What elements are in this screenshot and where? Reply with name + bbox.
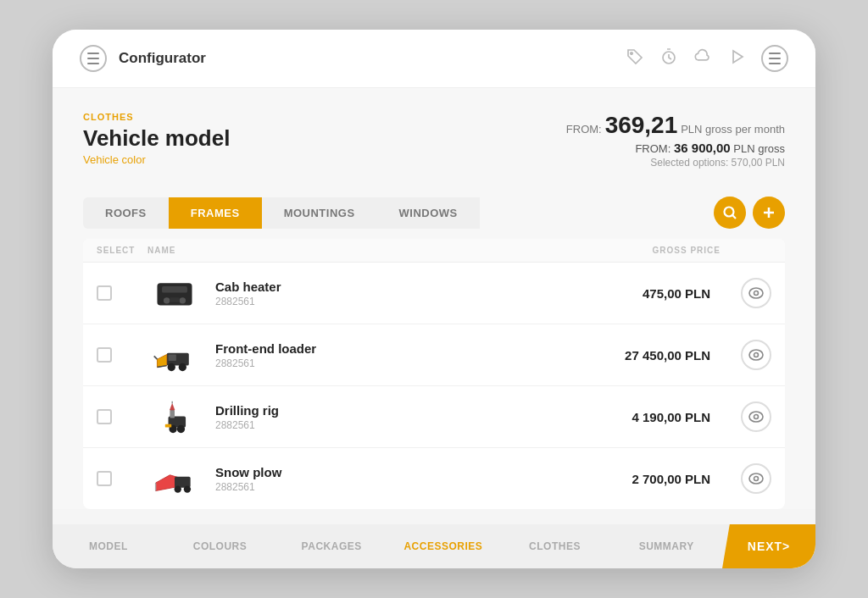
svg-point-3 [725, 208, 734, 217]
timer-icon[interactable] [659, 47, 678, 70]
table-row: Drilling rig 2882561 4 190,00 PLN [83, 386, 785, 448]
tag-icon[interactable] [626, 47, 644, 70]
svg-point-35 [754, 477, 759, 481]
svg-rect-27 [165, 424, 171, 428]
device-frame: Configurator [53, 30, 815, 568]
title-info: CLOTHES Vehicle model Vehicle color [83, 112, 230, 180]
items-table: SELECT NAME GROSS PRICE [83, 239, 785, 509]
col-select: SELECT [97, 246, 147, 255]
row-eye-2[interactable] [741, 340, 771, 370]
row-text-4: Snow plow 2882561 [215, 465, 281, 493]
app-title: Configurator [119, 50, 206, 67]
nav-accessories[interactable]: ACCESSORIES [387, 525, 499, 568]
next-button[interactable]: NEXT> [722, 524, 815, 568]
col-action [721, 246, 771, 255]
svg-point-28 [749, 412, 763, 422]
col-price: GROSS PRICE [568, 246, 721, 255]
row-eye-1[interactable] [741, 278, 771, 308]
row-name-cell-4: Snow plow 2882561 [147, 458, 568, 499]
nav-model[interactable]: MODEL [53, 525, 164, 568]
table-row: Cab heater 2882561 475,00 PLN [83, 263, 785, 324]
price-info: FROM: 369,21 PLN gross per month FROM: 3… [566, 112, 785, 169]
svg-rect-11 [170, 297, 179, 302]
row-checkbox-2[interactable] [97, 347, 147, 363]
gross-price: FROM: 36 900,00 PLN gross [566, 141, 785, 155]
row-name-cell-1: Cab heater 2882561 [147, 273, 568, 313]
table-row: Snow plow 2882561 2 700,00 PLN [83, 448, 785, 509]
title-row: CLOTHES Vehicle model Vehicle color FROM… [83, 112, 785, 180]
svg-rect-25 [170, 410, 175, 418]
drilling-rig-image [147, 396, 202, 437]
row-name-cell-2: Front-end loader 2882561 [147, 335, 568, 375]
svg-point-17 [179, 363, 186, 371]
header-right [626, 45, 788, 72]
page-title: Vehicle model [83, 125, 230, 152]
header-left: Configurator [80, 45, 206, 72]
cloud-icon[interactable] [693, 47, 712, 70]
row-price-1: 475,00 PLN [568, 286, 721, 301]
cab-heater-image [147, 273, 202, 313]
svg-point-0 [631, 52, 632, 53]
tabs-row: ROOFS FRAMES MOUNTINGS WINDOWS [83, 197, 785, 229]
col-name: NAME [147, 246, 568, 255]
nav-clothes[interactable]: CLOTHES [499, 525, 611, 568]
nav-summary[interactable]: SUMMARY [610, 525, 722, 568]
header: Configurator [53, 30, 815, 88]
svg-point-29 [754, 415, 759, 419]
svg-point-24 [177, 425, 185, 433]
svg-rect-8 [162, 286, 187, 292]
svg-line-4 [732, 215, 736, 219]
breadcrumb: CLOTHES [83, 112, 230, 122]
table-row: Front-end loader 2882561 27 450,00 PLN [83, 324, 785, 386]
svg-point-34 [749, 473, 763, 484]
row-checkbox-4[interactable] [97, 471, 147, 486]
row-eye-3[interactable] [741, 401, 771, 432]
svg-point-9 [164, 297, 170, 303]
nav-colours[interactable]: COLOURS [164, 525, 276, 568]
hamburger-icon[interactable] [761, 45, 788, 72]
nav-packages[interactable]: PACKAGES [275, 525, 387, 568]
row-price-4: 2 700,00 PLN [568, 472, 721, 486]
row-checkbox-1[interactable] [97, 285, 147, 301]
svg-rect-15 [169, 355, 176, 361]
add-button[interactable] [753, 197, 785, 229]
menu-icon[interactable] [80, 45, 107, 72]
svg-point-12 [749, 288, 763, 298]
svg-point-10 [180, 297, 186, 303]
row-name-cell-3: Drilling rig 2882561 [147, 396, 568, 437]
vehicle-color-link[interactable]: Vehicle color [83, 153, 230, 166]
svg-point-13 [754, 291, 759, 296]
search-button[interactable] [714, 197, 746, 229]
tab-windows[interactable]: WINDOWS [377, 197, 480, 229]
tab-roofs[interactable]: ROOFS [83, 197, 169, 229]
svg-point-32 [184, 485, 191, 492]
snow-plow-image [147, 458, 202, 499]
row-checkbox-3[interactable] [97, 409, 147, 424]
row-price-2: 27 450,00 PLN [568, 348, 721, 363]
front-end-loader-image [147, 335, 202, 375]
table-header: SELECT NAME GROSS PRICE [83, 239, 785, 263]
row-price-3: 4 190,00 PLN [568, 410, 721, 424]
svg-point-16 [168, 363, 175, 371]
row-text-1: Cab heater 2882561 [215, 280, 281, 307]
tab-frames[interactable]: FRAMES [169, 197, 262, 229]
bottom-nav: MODEL COLOURS PACKAGES ACCESSORIES CLOTH… [53, 524, 815, 568]
svg-line-18 [154, 356, 158, 359]
main-content: CLOTHES Vehicle model Vehicle color FROM… [53, 88, 815, 509]
svg-marker-2 [733, 51, 743, 63]
row-eye-4[interactable] [741, 463, 771, 494]
svg-point-21 [754, 353, 759, 357]
svg-point-20 [749, 350, 763, 360]
tab-mountings[interactable]: MOUNTINGS [262, 197, 377, 229]
svg-point-31 [175, 485, 181, 492]
play-icon[interactable] [727, 47, 746, 70]
monthly-price: FROM: 369,21 PLN gross per month [566, 112, 785, 139]
row-text-3: Drilling rig 2882561 [215, 403, 279, 431]
selected-options: Selected options: 570,00 PLN [566, 157, 785, 169]
row-text-2: Front-end loader 2882561 [215, 341, 316, 369]
